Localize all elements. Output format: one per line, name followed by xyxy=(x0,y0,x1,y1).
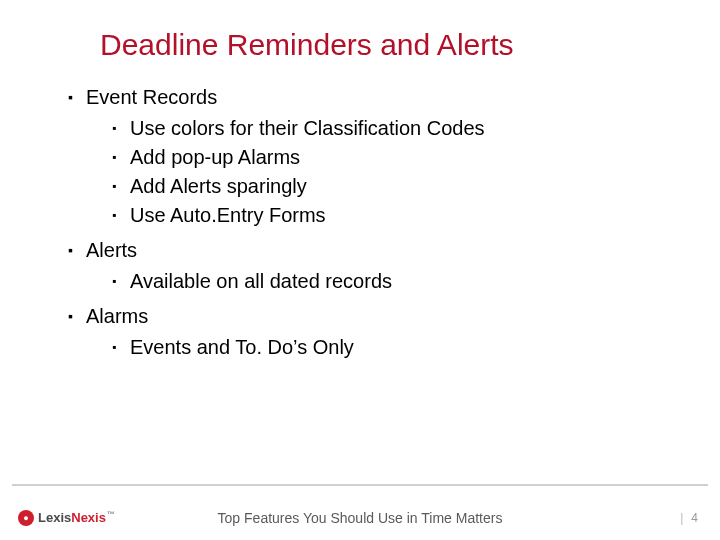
pipe: | xyxy=(680,511,683,525)
section-label: Alarms xyxy=(86,303,680,330)
section-label: Alerts xyxy=(86,237,680,264)
section-heading: ▪ Alerts xyxy=(68,237,680,264)
page-num: 4 xyxy=(691,511,698,525)
footer: ● LexisNexis™ Top Features You Should Us… xyxy=(0,496,720,540)
section-heading: ▪ Event Records xyxy=(68,84,680,111)
item-text: Use colors for their Classification Code… xyxy=(130,115,680,142)
bullet-icon: ▪ xyxy=(112,173,130,199)
list-item: ▪ Use colors for their Classification Co… xyxy=(112,115,680,142)
list-item: ▪ Available on all dated records xyxy=(112,268,680,295)
bullet-icon: ▪ xyxy=(68,84,86,110)
item-text: Add pop-up Alarms xyxy=(130,144,680,171)
list-item: ▪ Add Alerts sparingly xyxy=(112,173,680,200)
item-text: Events and To. Do’s Only xyxy=(130,334,680,361)
list-item: ▪ Use Auto.Entry Forms xyxy=(112,202,680,229)
list-item: ▪ Events and To. Do’s Only xyxy=(112,334,680,361)
item-text: Use Auto.Entry Forms xyxy=(130,202,680,229)
bullet-icon: ▪ xyxy=(112,115,130,141)
footer-caption: Top Features You Should Use in Time Matt… xyxy=(0,510,720,526)
bullet-icon: ▪ xyxy=(68,303,86,329)
page-number: |4 xyxy=(680,511,698,525)
list-item: ▪ Add pop-up Alarms xyxy=(112,144,680,171)
bullet-icon: ▪ xyxy=(112,268,130,294)
bullet-icon: ▪ xyxy=(112,144,130,170)
bullet-icon: ▪ xyxy=(68,237,86,263)
item-text: Available on all dated records xyxy=(130,268,680,295)
bullet-icon: ▪ xyxy=(112,202,130,228)
slide: Deadline Reminders and Alerts ▪ Event Re… xyxy=(0,0,720,540)
slide-content: ▪ Event Records ▪ Use colors for their C… xyxy=(0,70,720,361)
item-text: Add Alerts sparingly xyxy=(130,173,680,200)
divider xyxy=(12,484,708,486)
section-heading: ▪ Alarms xyxy=(68,303,680,330)
section-label: Event Records xyxy=(86,84,680,111)
bullet-icon: ▪ xyxy=(112,334,130,360)
slide-title: Deadline Reminders and Alerts xyxy=(0,0,720,70)
